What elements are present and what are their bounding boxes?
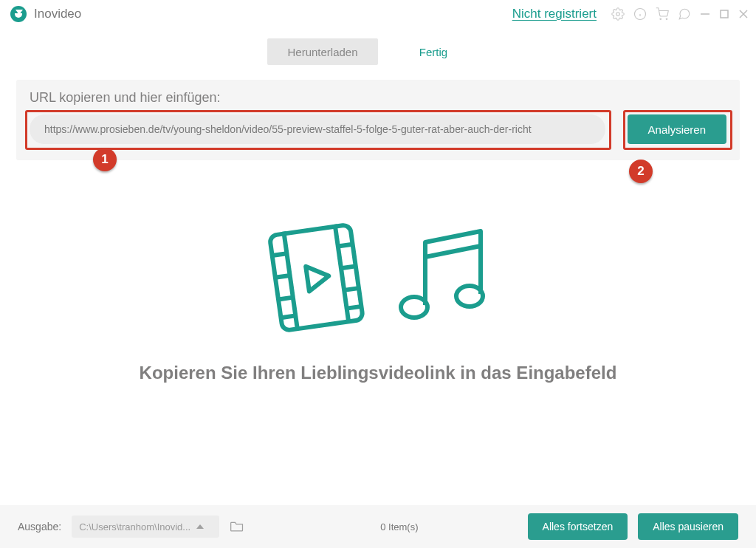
maximize-icon[interactable]: [719, 9, 729, 19]
svg-point-5: [666, 18, 667, 20]
close-icon[interactable]: [738, 9, 749, 19]
minimize-icon[interactable]: [700, 9, 710, 19]
output-path-selector[interactable]: C:\Users\tranhom\Inovid...: [72, 516, 219, 538]
step-badge-2: 2: [629, 160, 653, 183]
analyze-container: Analysieren: [628, 114, 726, 144]
center-area: Kopieren Sie Ihren Lieblingsvideolink in…: [0, 160, 756, 505]
svg-rect-7: [721, 10, 728, 18]
tab-download[interactable]: Herunterladen: [267, 38, 378, 65]
tabs: Herunterladen Fertig: [0, 38, 756, 65]
step-badge-1: 1: [93, 148, 117, 171]
svg-line-22: [425, 246, 481, 257]
svg-point-4: [660, 18, 662, 20]
svg-line-18: [341, 266, 356, 268]
footer-bar: Ausgabe: C:\Users\tranhom\Inovid... 0 It…: [0, 505, 756, 548]
svg-line-19: [344, 288, 359, 290]
svg-marker-21: [306, 264, 330, 292]
pause-all-button[interactable]: Alles pausieren: [638, 513, 738, 540]
svg-line-17: [338, 244, 353, 247]
url-panel: URL kopieren und hier einfügen: Analysie…: [16, 80, 740, 160]
url-input-container: [30, 114, 605, 144]
app-title: Inovideo: [34, 7, 81, 21]
svg-line-16: [281, 315, 295, 318]
url-input[interactable]: [30, 114, 605, 144]
svg-point-0: [616, 13, 620, 16]
svg-point-24: [456, 286, 483, 306]
app-logo-icon: [10, 6, 27, 22]
svg-point-23: [401, 297, 427, 318]
settings-icon[interactable]: [611, 7, 625, 21]
film-icon: [261, 216, 371, 338]
output-path-text: C:\Users\tranhom\Inovid...: [79, 521, 190, 532]
chevron-up-icon: [196, 524, 204, 529]
chat-icon[interactable]: [678, 7, 691, 21]
analyze-button[interactable]: Analysieren: [628, 114, 726, 144]
svg-line-20: [347, 306, 362, 309]
items-count: 0 Item(s): [380, 521, 418, 532]
open-folder-icon[interactable]: [230, 520, 244, 533]
app-window: Inovideo Nicht registriert: [0, 0, 756, 548]
svg-line-15: [278, 298, 293, 300]
url-label: URL kopieren und hier einfügen:: [30, 90, 726, 106]
title-bar: Inovideo Nicht registriert: [0, 0, 756, 28]
music-note-icon: [392, 220, 495, 334]
output-label: Ausgabe:: [18, 521, 61, 532]
center-instruction: Kopieren Sie Ihren Lieblingsvideolink in…: [140, 363, 617, 383]
illustration: [261, 216, 495, 338]
cart-icon[interactable]: [656, 7, 669, 21]
info-icon[interactable]: [633, 7, 647, 21]
resume-all-button[interactable]: Alles fortsetzen: [528, 513, 628, 540]
tab-done[interactable]: Fertig: [378, 38, 489, 65]
url-row: Analysieren: [30, 114, 726, 144]
svg-line-12: [335, 225, 349, 323]
not-registered-link[interactable]: Nicht registriert: [512, 7, 597, 21]
svg-line-13: [272, 253, 287, 256]
header-right: Nicht registriert: [512, 7, 749, 21]
svg-line-14: [275, 275, 290, 278]
